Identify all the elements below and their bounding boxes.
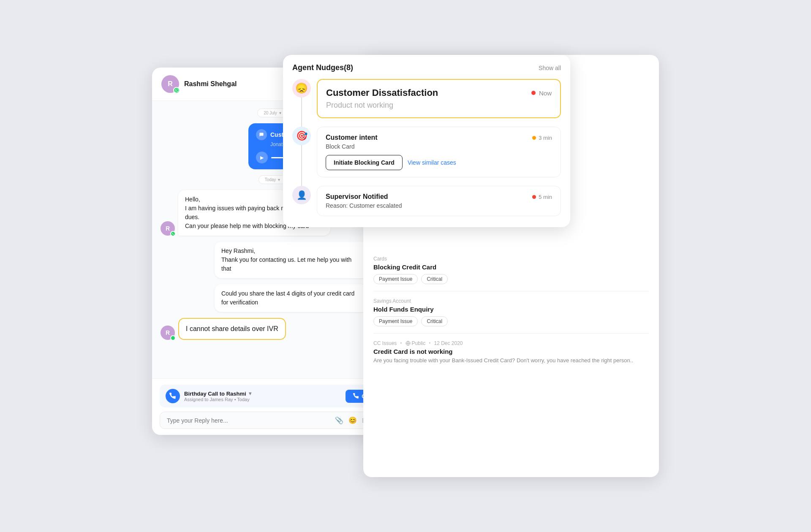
case-title-2: Hold Funds Enquiry — [373, 306, 649, 313]
customer-whatsapp-badge-1 — [170, 231, 176, 236]
dissatisfaction-icon: 😞 — [292, 79, 311, 98]
intent-time: 3 min — [539, 135, 552, 141]
tag-payment-issue-2: Payment Issue — [373, 316, 418, 326]
dissatisfaction-status-dot — [531, 91, 536, 95]
attachment-icon[interactable]: 📎 — [335, 416, 343, 424]
audio-title-icon — [256, 129, 267, 140]
nudges-header: Agent Nudges(8) Show all — [292, 63, 561, 72]
call-bar-info: Birthday Call to Rashmi ▾ Assigned to Ja… — [184, 391, 341, 402]
emoji-icon[interactable]: 😊 — [348, 416, 357, 424]
intent-subtitle: Block Card — [326, 143, 552, 150]
supervisor-card: Supervisor Notified 5 min Reason: Custom… — [317, 186, 561, 216]
timeline-item-supervisor: 👤 Supervisor Notified 5 min Reason: Cust… — [292, 186, 561, 220]
timeline-item-intent: 🎯 Customer intent 3 min Block Card Initi… — [292, 127, 561, 186]
reply-input[interactable] — [167, 417, 331, 424]
message-bubble-3: Could you share the last 4 digits of you… — [215, 284, 367, 312]
case-tags-1: Payment Issue Critical — [373, 274, 649, 284]
supervisor-title: Supervisor Notified — [326, 193, 530, 201]
supervisor-status-dot — [532, 195, 536, 199]
play-button[interactable]: ▶ — [256, 152, 268, 163]
customer-whatsapp-badge-4 — [170, 335, 176, 341]
timeline: 😞 Customer Dissatisfaction Now Product n… — [292, 79, 561, 220]
contact-avatar-wrap: R — [161, 75, 179, 93]
intent-actions: Initiate Blocking Card View similar case… — [326, 155, 552, 170]
knowledge-title: Credit Card is not working — [373, 348, 649, 355]
intent-title: Customer intent — [326, 134, 530, 141]
dissatisfaction-time: Now — [539, 90, 552, 97]
tag-critical-2: Critical — [421, 316, 448, 326]
knowledge-source: CC Issues — [373, 340, 397, 346]
dissatisfaction-card: Customer Dissatisfaction Now Product not… — [317, 79, 561, 118]
supervisor-subtitle: Reason: Customer escalated — [326, 202, 552, 209]
message-bubble-2: Hey Rashmi,Thank you for contacting us. … — [215, 242, 367, 278]
case-item-1: Cards Blocking Credit Card Payment Issue… — [373, 249, 649, 291]
reply-bar[interactable]: 📎 😊 ⊞ ⊡ — [160, 412, 385, 429]
case-title-1: Blocking Credit Card — [373, 263, 649, 271]
customer-avatar-4: R — [161, 326, 175, 340]
intent-icon: 🎯 — [292, 127, 311, 145]
knowledge-item-1: CC Issues • Public • 12 Dec 2020 Credit … — [373, 334, 649, 371]
call-bar: Birthday Call to Rashmi ▾ Assigned to Ja… — [160, 385, 385, 407]
view-similar-cases-link[interactable]: View similar cases — [408, 155, 456, 170]
message-row-2: ✦ Hey Rashmi,Thank you for contacting us… — [161, 242, 384, 278]
whatsapp-badge — [173, 87, 180, 94]
message-bubble-4: I cannot share details over IVR — [178, 318, 286, 340]
tag-payment-issue-1: Payment Issue — [373, 274, 418, 284]
initiate-blocking-card-button[interactable]: Initiate Blocking Card — [326, 155, 403, 170]
nudges-title: Agent Nudges(8) — [292, 63, 353, 72]
case-item-2: Savings Account Hold Funds Enquiry Payme… — [373, 291, 649, 334]
supervisor-time: 5 min — [539, 194, 552, 200]
knowledge-preview: Are you facing trouble with your Bank-Is… — [373, 357, 649, 364]
intent-status-dot — [532, 136, 536, 140]
dissatisfaction-title: Customer Dissatisfaction — [326, 87, 528, 98]
tag-critical-1: Critical — [421, 274, 448, 284]
timeline-item-dissatisfaction: 😞 Customer Dissatisfaction Now Product n… — [292, 79, 561, 127]
call-bar-icon — [166, 389, 180, 403]
knowledge-visibility: Public — [406, 340, 426, 346]
message-row-4: R I cannot share details over IVR — [161, 318, 384, 340]
knowledge-meta-1: CC Issues • Public • 12 Dec 2020 — [373, 340, 649, 346]
message-row-3: ✦ Could you share the last 4 digits of y… — [161, 284, 384, 312]
supervisor-icon: 👤 — [292, 186, 311, 204]
dissatisfaction-subtitle: Product not working — [326, 101, 552, 110]
case-category-2: Savings Account — [373, 298, 649, 304]
case-tags-2: Payment Issue Critical — [373, 316, 649, 326]
intent-card: Customer intent 3 min Block Card Initiat… — [317, 127, 561, 177]
case-category-1: Cards — [373, 256, 649, 262]
chat-footer: Birthday Call to Rashmi ▾ Assigned to Ja… — [152, 378, 393, 435]
knowledge-date: 12 Dec 2020 — [434, 340, 463, 346]
customer-avatar-1: R — [161, 221, 175, 236]
show-all-link[interactable]: Show all — [539, 65, 561, 71]
date-badge-today: Today ▾ — [259, 175, 287, 184]
